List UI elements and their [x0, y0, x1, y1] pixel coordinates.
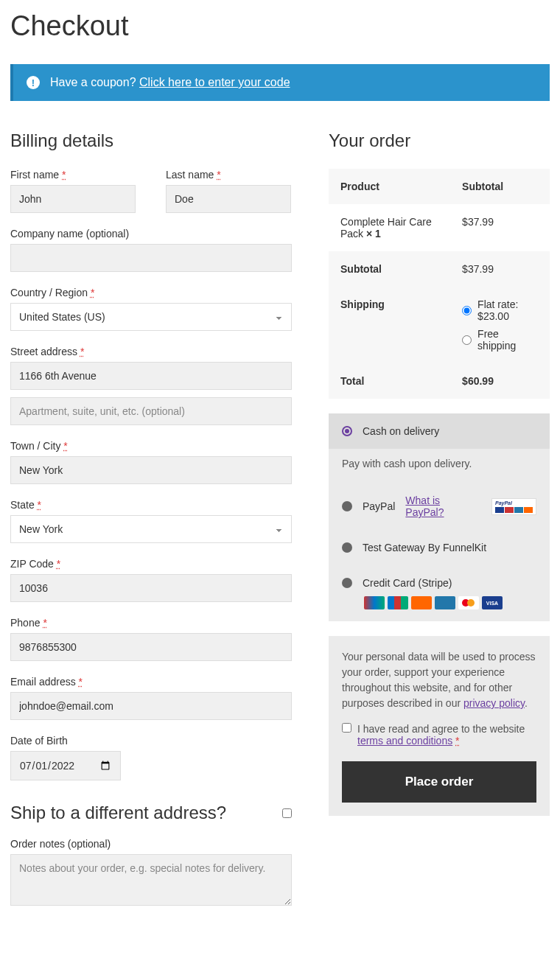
- place-order-button[interactable]: Place order: [342, 761, 536, 803]
- paypal-badge-icon: PayPal: [491, 498, 536, 515]
- cod-description: Pay with cash upon delivery.: [329, 449, 550, 483]
- first-name-field[interactable]: [10, 185, 136, 213]
- test-gateway-label: Test Gateway By FunnelKit: [363, 542, 486, 553]
- item-name: Complete Hair Care Pack: [340, 216, 432, 240]
- dob-label: Date of Birth: [10, 735, 292, 747]
- item-qty: × 1: [366, 228, 381, 240]
- shipping-option-flat[interactable]: Flat rate: $23.00: [462, 298, 538, 322]
- payment-methods: Cash on delivery Pay with cash upon deli…: [329, 413, 550, 621]
- payment-cod[interactable]: Cash on delivery: [329, 413, 550, 449]
- coupon-prompt: Have a coupon?: [50, 76, 139, 88]
- radio-icon: [342, 501, 352, 511]
- coupon-notice: ! Have a coupon? Click here to enter you…: [10, 64, 550, 101]
- visa-icon: VISA: [482, 596, 503, 609]
- terms-text: I have read and agree to the website ter…: [357, 723, 536, 747]
- email-label: Email address *: [10, 676, 292, 688]
- phone-label: Phone *: [10, 617, 292, 629]
- last-name-label: Last name *: [166, 169, 292, 181]
- item-price: $37.99: [450, 204, 550, 251]
- coupon-text: Have a coupon? Click here to enter your …: [50, 76, 290, 89]
- subtotal-row: Subtotal $37.99: [329, 251, 550, 287]
- street2-field[interactable]: [10, 397, 292, 425]
- coupon-link[interactable]: Click here to enter your code: [139, 76, 290, 88]
- total-row: Total $60.99: [329, 363, 550, 399]
- street1-field[interactable]: [10, 362, 292, 390]
- privacy-section: Your personal data will be used to proce…: [329, 636, 550, 816]
- city-label: Town / City *: [10, 440, 292, 452]
- last-name-field[interactable]: [166, 185, 291, 213]
- product-header: Product: [329, 169, 450, 204]
- mastercard-icon: [458, 596, 479, 609]
- amex-icon: [435, 596, 455, 609]
- payment-stripe[interactable]: Credit Card (Stripe): [329, 565, 550, 593]
- notes-field[interactable]: [10, 854, 292, 906]
- jcb-icon: [388, 596, 408, 609]
- shipping-label: Shipping: [329, 287, 450, 363]
- shipping-row: Shipping Flat rate: $23.00 Free shipping: [329, 287, 550, 363]
- company-label: Company name (optional): [10, 228, 292, 240]
- terms-link[interactable]: terms and conditions: [357, 735, 452, 747]
- subtotal-value: $37.99: [450, 251, 550, 287]
- ship-different-checkbox[interactable]: [282, 808, 292, 818]
- unionpay-icon: [364, 596, 385, 609]
- radio-icon: [342, 578, 352, 588]
- subtotal-header: Subtotal: [450, 169, 550, 204]
- shipping-flat-radio[interactable]: [462, 306, 472, 315]
- street-label: Street address *: [10, 346, 292, 357]
- paypal-label: PayPal: [363, 500, 395, 512]
- cod-label: Cash on delivery: [363, 425, 439, 437]
- zip-label: ZIP Code *: [10, 558, 292, 570]
- country-label: Country / Region *: [10, 287, 292, 298]
- notes-label: Order notes (optional): [10, 838, 292, 850]
- city-field[interactable]: [10, 456, 292, 484]
- phone-field[interactable]: [10, 633, 292, 661]
- radio-icon: [342, 426, 352, 436]
- subtotal-label: Subtotal: [329, 251, 450, 287]
- privacy-policy-link[interactable]: privacy policy: [463, 697, 525, 709]
- payment-paypal[interactable]: PayPal What is PayPal? PayPal: [329, 483, 550, 530]
- first-name-label: First name *: [10, 169, 136, 181]
- shipping-free-radio[interactable]: [462, 335, 472, 345]
- info-icon: !: [27, 76, 40, 89]
- dob-field[interactable]: [10, 751, 121, 780]
- shipping-option-free[interactable]: Free shipping: [462, 328, 538, 352]
- ship-heading: Ship to a different address?: [10, 803, 226, 823]
- shipping-free-label: Free shipping: [477, 328, 538, 352]
- billing-heading: Billing details: [10, 130, 292, 151]
- order-table: Product Subtotal Complete Hair Care Pack…: [329, 169, 550, 399]
- page-title: Checkout: [10, 10, 550, 42]
- total-value: $60.99: [462, 375, 494, 387]
- payment-test[interactable]: Test Gateway By FunnelKit: [329, 530, 550, 565]
- zip-field[interactable]: [10, 574, 292, 602]
- email-field[interactable]: [10, 692, 292, 720]
- state-select[interactable]: New York: [10, 515, 292, 543]
- company-field[interactable]: [10, 244, 292, 272]
- privacy-text: Your personal data will be used to proce…: [342, 649, 536, 711]
- country-select[interactable]: United States (US): [10, 303, 292, 331]
- state-label: State *: [10, 499, 292, 511]
- discover-icon: [411, 596, 432, 609]
- stripe-label: Credit Card (Stripe): [363, 577, 452, 589]
- radio-icon: [342, 542, 352, 553]
- shipping-flat-label: Flat rate: $23.00: [477, 298, 538, 322]
- order-heading: Your order: [329, 130, 550, 151]
- terms-checkbox[interactable]: [342, 723, 351, 733]
- paypal-whatis-link[interactable]: What is PayPal?: [405, 495, 481, 518]
- order-item-row: Complete Hair Care Pack × 1 $37.99: [329, 204, 550, 251]
- total-label: Total: [329, 363, 450, 399]
